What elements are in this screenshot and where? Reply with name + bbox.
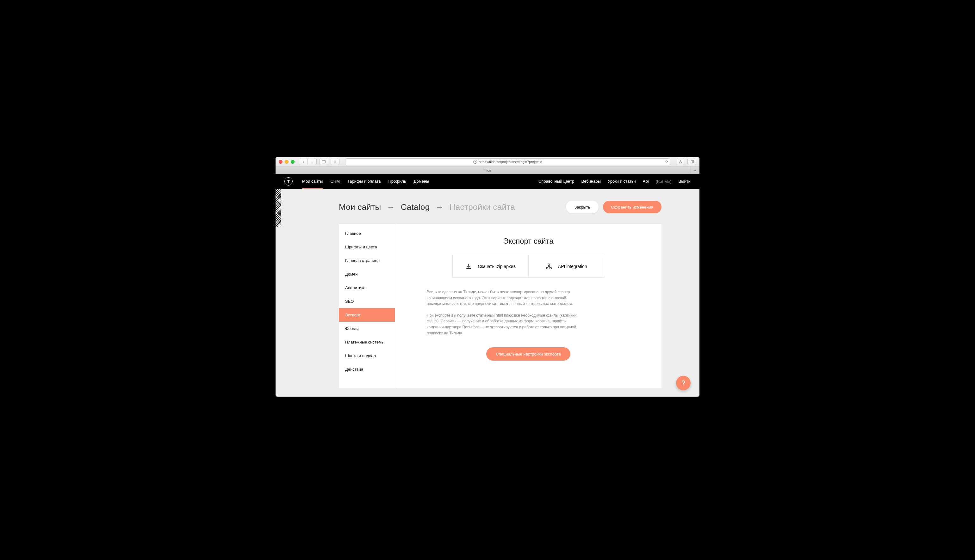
share-button[interactable] — [676, 158, 685, 165]
nav-articles[interactable]: Уроки и статьи — [608, 175, 636, 189]
sidebar-item-fonts[interactable]: Шрифты и цвета — [339, 240, 395, 254]
tab-api-label: API integration — [558, 264, 587, 269]
svg-point-4 — [550, 267, 552, 269]
window-controls — [279, 160, 294, 164]
browser-titlebar: ‹ › ☆ т https://tilda.cc/projects/settin… — [276, 157, 699, 167]
sidebar-icon — [322, 160, 326, 163]
nav-help-center[interactable]: Справочный центр — [539, 175, 575, 189]
address-bar[interactable]: т https://tilda.cc/projects/settings/?pr… — [345, 158, 671, 165]
browser-tabbar: Tilda + — [276, 167, 699, 174]
tab-zip-label: Скачать .zip архив — [478, 264, 516, 269]
settings-panel: Главное Шрифты и цвета Главная страница … — [339, 224, 662, 388]
site-info-icon: т — [473, 160, 477, 164]
export-description-2: При экспорте вы получаете статичный html… — [427, 313, 585, 336]
sidebar-item-analytics[interactable]: Аналитика — [339, 281, 395, 295]
nav-api[interactable]: Api — [643, 175, 649, 189]
export-description-1: Все, что сделано на Тильде, может быть л… — [427, 289, 585, 307]
nav-webinars[interactable]: Вебинары — [582, 175, 601, 189]
page-title: Экспорт сайта — [427, 237, 630, 245]
svg-point-3 — [546, 267, 548, 269]
svg-point-5 — [548, 264, 550, 266]
arrow-icon: → — [386, 202, 395, 212]
forward-button[interactable]: › — [308, 158, 317, 165]
nav-crm[interactable]: CRM — [330, 175, 340, 189]
back-button[interactable]: ‹ — [299, 158, 308, 165]
svg-rect-0 — [322, 160, 326, 163]
nav-username: (Kat Me) — [656, 179, 672, 184]
tabs-button[interactable] — [687, 158, 696, 165]
tab-api-integration[interactable]: API integration — [528, 255, 604, 277]
help-icon: ? — [681, 379, 685, 387]
special-export-settings-button[interactable]: Специальные настройки экспорта — [486, 347, 570, 361]
url-text: https://tilda.cc/projects/settings/?proj… — [478, 160, 542, 164]
reload-icon[interactable]: ⟳ — [665, 160, 668, 164]
help-button[interactable]: ? — [676, 376, 691, 390]
decorative-wave-icon — [276, 189, 281, 227]
download-icon — [465, 263, 472, 270]
sidebar-item-payments[interactable]: Платежные системы — [339, 335, 395, 349]
sidebar-item-homepage[interactable]: Главная страница — [339, 254, 395, 267]
sidebar-toggle-button[interactable] — [319, 158, 328, 165]
api-icon — [545, 263, 552, 270]
close-window-icon[interactable] — [279, 160, 283, 164]
settings-sidebar: Главное Шрифты и цвета Главная страница … — [339, 224, 395, 388]
crumb-project[interactable]: Catalog — [401, 202, 430, 212]
crumb-my-sites[interactable]: Мои сайты — [339, 202, 381, 212]
tab-download-zip[interactable]: Скачать .zip архив — [453, 255, 528, 277]
browser-window: ‹ › ☆ т https://tilda.cc/projects/settin… — [276, 157, 699, 397]
sidebar-item-seo[interactable]: SEO — [339, 295, 395, 308]
minimize-window-icon[interactable] — [285, 160, 289, 164]
nav-profile[interactable]: Профиль — [388, 175, 406, 189]
nav-logout[interactable]: Выйти — [679, 175, 691, 189]
breadcrumb: Мои сайты → Catalog → Настройки сайта — [339, 202, 515, 212]
close-button[interactable]: Закрыть — [566, 201, 598, 213]
nav-my-sites[interactable]: Мои сайты — [302, 175, 323, 189]
tabs-icon — [690, 160, 694, 163]
settings-main: Экспорт сайта Скачать .zip архив — [395, 224, 662, 388]
zoom-window-icon[interactable] — [291, 160, 294, 164]
sidebar-item-forms[interactable]: Формы — [339, 322, 395, 335]
top-nav: T Мои сайты CRM Тарифы и оплата Профиль … — [276, 174, 699, 189]
nav-back-forward: ‹ › — [299, 158, 317, 165]
sidebar-item-actions[interactable]: Действия — [339, 362, 395, 376]
app-viewport: T Мои сайты CRM Тарифы и оплата Профиль … — [276, 174, 699, 397]
tab-title[interactable]: Tilda — [484, 168, 491, 172]
sidebar-item-domain[interactable]: Домен — [339, 267, 395, 281]
sidebar-item-main[interactable]: Главное — [339, 227, 395, 240]
bookmarks-button[interactable]: ☆ — [331, 158, 339, 165]
save-button[interactable]: Сохранить изменения — [603, 201, 662, 213]
new-tab-button[interactable]: + — [691, 167, 699, 174]
arrow-icon: → — [435, 202, 443, 212]
sidebar-item-export[interactable]: Экспорт — [339, 308, 395, 322]
nav-domains[interactable]: Домены — [414, 175, 429, 189]
svg-rect-2 — [690, 161, 693, 163]
export-tabs: Скачать .zip архив API integration — [452, 255, 604, 278]
share-icon — [679, 160, 682, 164]
tilda-logo-icon[interactable]: T — [284, 177, 293, 185]
sidebar-item-header-footer[interactable]: Шапка и подвал — [339, 349, 395, 362]
crumb-current: Настройки сайта — [450, 202, 515, 212]
nav-pricing[interactable]: Тарифы и оплата — [347, 175, 381, 189]
